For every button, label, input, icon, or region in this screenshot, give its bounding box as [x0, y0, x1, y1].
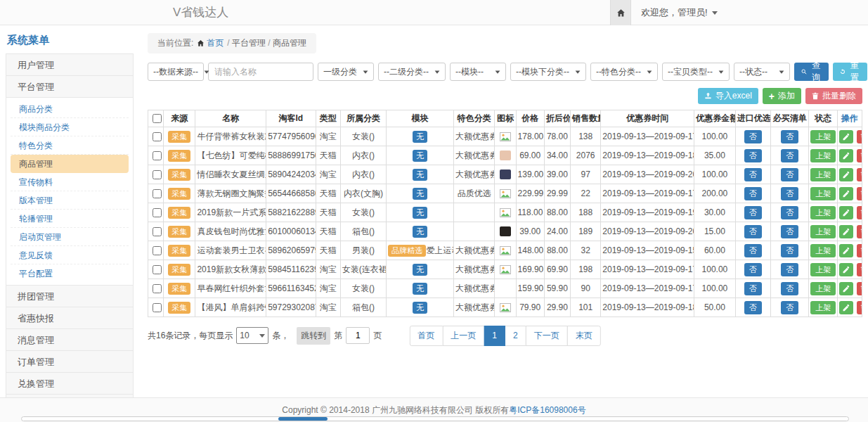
- row-checkbox[interactable]: [153, 208, 162, 217]
- name-search-input[interactable]: [208, 63, 313, 81]
- status-toggle[interactable]: 上架: [810, 282, 836, 295]
- sidebar-menu-item[interactable]: 用户管理: [6, 53, 134, 76]
- row-delete-button[interactable]: [857, 301, 862, 314]
- status-toggle[interactable]: 上架: [810, 263, 836, 276]
- row-delete-button[interactable]: [857, 168, 862, 181]
- import-select-toggle[interactable]: 否: [744, 187, 762, 200]
- status-toggle[interactable]: 上架: [810, 244, 836, 257]
- must-buy-toggle[interactable]: 否: [781, 263, 798, 276]
- filter-select[interactable]: --特色分类--: [590, 63, 658, 81]
- must-buy-toggle[interactable]: 否: [781, 206, 798, 219]
- sidebar-submenu-item[interactable]: 意见反馈: [11, 246, 129, 264]
- page-size-select[interactable]: 10: [236, 327, 268, 344]
- sidebar-submenu-item[interactable]: 商品管理: [11, 155, 129, 173]
- filter-select[interactable]: --二级分类--: [378, 63, 446, 81]
- add-button[interactable]: + 添加: [763, 88, 801, 104]
- filter-select[interactable]: --宝贝类型--: [662, 63, 730, 81]
- sidebar-menu-item[interactable]: 兑换管理: [6, 372, 134, 395]
- row-edit-button[interactable]: [839, 130, 853, 143]
- must-buy-toggle[interactable]: 否: [781, 301, 798, 314]
- row-edit-button[interactable]: [839, 244, 853, 257]
- row-checkbox[interactable]: [153, 151, 162, 160]
- must-buy-toggle[interactable]: 否: [781, 168, 798, 181]
- filter-select-source[interactable]: --数据来源--: [148, 63, 204, 81]
- status-toggle[interactable]: 上架: [810, 187, 836, 200]
- row-edit-button[interactable]: [839, 301, 853, 314]
- row-checkbox[interactable]: [153, 132, 162, 141]
- must-buy-toggle[interactable]: 否: [781, 149, 798, 162]
- select-all-checkbox[interactable]: [153, 114, 162, 123]
- filter-select[interactable]: --模块下分类--: [510, 63, 586, 81]
- row-delete-button[interactable]: [857, 149, 862, 162]
- sidebar-menu-item[interactable]: 消息管理: [6, 328, 134, 351]
- reset-button[interactable]: 重置: [833, 63, 867, 81]
- search-button[interactable]: 查询: [794, 63, 829, 81]
- pager-button[interactable]: 首页: [409, 326, 443, 346]
- navbar-home-button[interactable]: [610, 0, 631, 25]
- must-buy-toggle[interactable]: 否: [781, 130, 798, 143]
- row-checkbox[interactable]: [153, 246, 162, 255]
- row-edit-button[interactable]: [839, 206, 853, 219]
- status-toggle[interactable]: 上架: [810, 130, 836, 143]
- sidebar-submenu-item[interactable]: 模块商品分类: [11, 118, 129, 136]
- sidebar-submenu-item[interactable]: 平台配置: [11, 264, 129, 283]
- row-edit-button[interactable]: [839, 168, 853, 181]
- pager-button[interactable]: 上一页: [442, 326, 484, 346]
- import-select-toggle[interactable]: 否: [744, 301, 762, 314]
- row-checkbox[interactable]: [153, 189, 162, 198]
- sidebar-menu-item[interactable]: 省惠快报: [6, 307, 134, 329]
- import-select-toggle[interactable]: 否: [744, 149, 762, 162]
- filter-select[interactable]: --状态--: [734, 63, 790, 81]
- row-delete-button[interactable]: [857, 244, 862, 257]
- sidebar-menu-item[interactable]: 平台管理: [6, 75, 134, 98]
- import-select-toggle[interactable]: 否: [744, 263, 762, 276]
- must-buy-toggle[interactable]: 否: [781, 282, 798, 295]
- sidebar-submenu-item[interactable]: 启动页管理: [11, 228, 129, 246]
- row-delete-button[interactable]: [857, 206, 862, 219]
- import-select-toggle[interactable]: 否: [744, 225, 762, 238]
- row-checkbox[interactable]: [153, 170, 162, 179]
- import-select-toggle[interactable]: 否: [744, 206, 762, 219]
- row-edit-button[interactable]: [839, 282, 853, 295]
- pager-button[interactable]: 下一页: [526, 326, 568, 346]
- row-checkbox[interactable]: [153, 227, 162, 236]
- row-edit-button[interactable]: [839, 187, 853, 200]
- sidebar-menu-item[interactable]: 订单管理: [6, 350, 134, 373]
- sidebar-submenu-item[interactable]: 商品分类: [11, 100, 129, 118]
- status-toggle[interactable]: 上架: [810, 206, 836, 219]
- filter-select[interactable]: 一级分类: [318, 63, 374, 81]
- row-checkbox[interactable]: [153, 303, 162, 312]
- scrollbar-thumb[interactable]: [278, 417, 328, 421]
- pager-button[interactable]: 末页: [567, 326, 601, 346]
- user-menu[interactable]: 欢迎您，管理员!: [641, 6, 718, 19]
- breadcrumb-home-link[interactable]: 首页: [197, 37, 224, 49]
- row-delete-button[interactable]: [857, 225, 862, 238]
- jump-page-input[interactable]: [346, 327, 370, 344]
- import-select-toggle[interactable]: 否: [744, 244, 762, 257]
- import-excel-button[interactable]: 导入excel: [698, 88, 758, 104]
- sidebar-submenu-item[interactable]: 宣传物料: [11, 173, 129, 191]
- row-edit-button[interactable]: [839, 263, 853, 276]
- row-edit-button[interactable]: [839, 225, 853, 238]
- row-delete-button[interactable]: [857, 187, 862, 200]
- sidebar-menu-item[interactable]: 拼团管理: [6, 285, 134, 307]
- batch-delete-button[interactable]: 批量删除: [805, 88, 862, 104]
- jump-button[interactable]: 跳转到: [297, 327, 330, 345]
- must-buy-toggle[interactable]: 否: [781, 244, 798, 257]
- sidebar-submenu-item[interactable]: 版本管理: [11, 191, 129, 210]
- pager-button[interactable]: 2: [505, 326, 526, 346]
- import-select-toggle[interactable]: 否: [744, 168, 762, 181]
- pager-button[interactable]: 1: [484, 326, 505, 346]
- status-toggle[interactable]: 上架: [810, 149, 836, 162]
- icp-link[interactable]: 粤ICP备16098006号: [509, 405, 585, 415]
- import-select-toggle[interactable]: 否: [744, 282, 762, 295]
- sidebar-submenu-item[interactable]: 特色分类: [11, 136, 129, 155]
- row-edit-button[interactable]: [839, 149, 853, 162]
- filter-select[interactable]: --模块--: [450, 63, 506, 81]
- must-buy-toggle[interactable]: 否: [781, 225, 798, 238]
- must-buy-toggle[interactable]: 否: [781, 187, 798, 200]
- row-checkbox[interactable]: [153, 265, 162, 274]
- status-toggle[interactable]: 上架: [810, 168, 836, 181]
- import-select-toggle[interactable]: 否: [744, 130, 762, 143]
- row-delete-button[interactable]: [857, 263, 862, 276]
